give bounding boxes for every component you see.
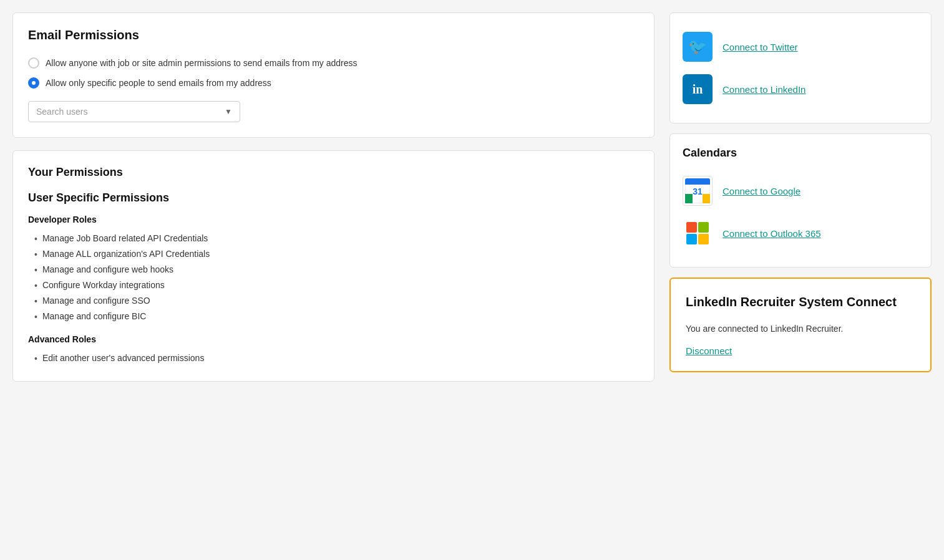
connect-google-link[interactable]: Connect to Google [723, 186, 800, 196]
search-users-placeholder: Search users [36, 107, 225, 117]
dropdown-arrow-icon: ▼ [225, 107, 232, 116]
list-item: Configure Workday integrations [34, 278, 639, 293]
list-item: Manage and configure SSO [34, 293, 639, 309]
permissions-title: Your Permissions [28, 166, 639, 179]
linkedin-icon: in [683, 74, 713, 104]
outlook-cell-red [686, 222, 697, 233]
list-item: Manage Job Board related API Credentials [34, 231, 639, 246]
radio-option-specific[interactable]: Allow only specific people to send email… [28, 77, 639, 89]
list-item: Edit another user's advanced permissions [34, 350, 639, 366]
svg-rect-2 [685, 183, 710, 185]
twitter-icon: 🐦 [683, 32, 713, 62]
radio-label-anyone: Allow anyone with job or site admin perm… [46, 58, 358, 68]
calendars-card: Calendars 31 [669, 133, 932, 268]
google-calendar-item: 31 Connect to Google [683, 170, 918, 212]
radio-option-anyone[interactable]: Allow anyone with job or site admin perm… [28, 57, 639, 69]
outlook-grid-icon [686, 222, 709, 244]
list-item: Manage ALL organization's API Credential… [34, 246, 639, 262]
radio-label-specific: Allow only specific people to send email… [46, 78, 271, 88]
connect-linkedin-link[interactable]: Connect to LinkedIn [723, 84, 805, 95]
disconnect-link[interactable]: Disconnect [686, 345, 732, 356]
permissions-card: Your Permissions User Specific Permissio… [12, 150, 654, 382]
email-permissions-title: Email Permissions [28, 28, 639, 42]
twitter-connect-item: 🐦 Connect to Twitter [683, 26, 918, 68]
developer-roles-heading: Developer Roles [28, 215, 639, 224]
connect-outlook-link[interactable]: Connect to Outlook 365 [723, 228, 821, 239]
connect-twitter-link[interactable]: Connect to Twitter [723, 42, 798, 52]
radio-group: Allow anyone with job or site admin perm… [28, 57, 639, 89]
linkedin-recruiter-description: You are connected to LinkedIn Recruiter. [686, 322, 915, 336]
radio-circle-anyone [28, 57, 39, 69]
email-permissions-card: Email Permissions Allow anyone with job … [12, 12, 654, 138]
twitter-bird-icon: 🐦 [688, 38, 707, 56]
svg-rect-4 [685, 199, 693, 203]
svg-text:31: 31 [693, 186, 703, 196]
svg-rect-5 [703, 194, 710, 203]
list-item: Manage and configure web hooks [34, 262, 639, 278]
advanced-roles-list: Edit another user's advanced permissions [28, 350, 639, 366]
radio-circle-specific [28, 77, 39, 89]
linkedin-in-icon: in [693, 82, 703, 97]
advanced-roles-heading: Advanced Roles [28, 334, 639, 344]
developer-roles-list: Manage Job Board related API Credentials… [28, 231, 639, 324]
list-item: Manage and configure BIC [34, 309, 639, 324]
outlook-cell-blue [686, 234, 697, 244]
linkedin-recruiter-title: LinkedIn Recruiter System Connect [686, 294, 915, 310]
outlook-calendar-item: Connect to Outlook 365 [683, 212, 918, 254]
main-column: Email Permissions Allow anyone with job … [12, 12, 654, 382]
calendars-title: Calendars [683, 147, 918, 160]
linkedin-recruiter-card: LinkedIn Recruiter System Connect You ar… [669, 278, 932, 372]
google-cal-svg: 31 [685, 178, 710, 203]
linkedin-connect-item: in Connect to LinkedIn [683, 68, 918, 110]
social-connections-card: 🐦 Connect to Twitter in Connect to Linke… [669, 12, 932, 123]
outlook-cell-yellow [698, 234, 709, 244]
search-users-dropdown[interactable]: Search users ▼ [28, 101, 240, 122]
outlook-icon [683, 218, 713, 248]
google-calendar-icon: 31 [683, 176, 713, 206]
outlook-cell-green [698, 222, 709, 233]
sidebar-column: 🐦 Connect to Twitter in Connect to Linke… [669, 12, 932, 372]
user-specific-permissions-heading: User Specific Permissions [28, 191, 639, 205]
